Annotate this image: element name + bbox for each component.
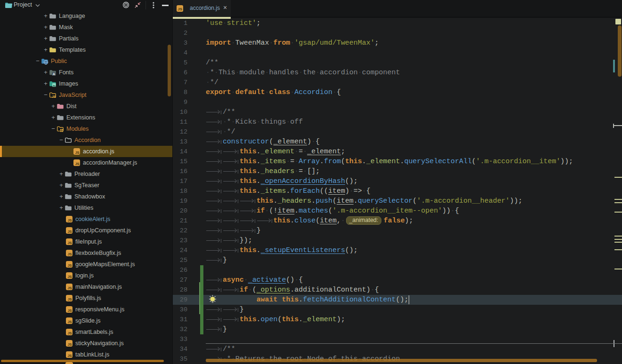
svg-text:A: A bbox=[53, 72, 56, 76]
svg-text:JS: JS bbox=[67, 342, 72, 347]
svg-text:JS: JS bbox=[67, 241, 72, 245]
svg-text:JS: JS bbox=[67, 263, 72, 268]
svg-text:JS: JS bbox=[67, 331, 72, 335]
svg-text:JS: JS bbox=[67, 309, 72, 313]
svg-text:JS: JS bbox=[67, 320, 72, 324]
svg-text:JS: JS bbox=[67, 229, 72, 234]
svg-text:JS: JS bbox=[67, 297, 72, 301]
svg-text:JS: JS bbox=[75, 150, 79, 155]
svg-text:JS: JS bbox=[67, 354, 72, 358]
svg-text:JS: JS bbox=[67, 275, 72, 279]
svg-text:JS: JS bbox=[75, 162, 79, 166]
svg-text:JS: JS bbox=[67, 252, 72, 256]
svg-text:JS: JS bbox=[67, 218, 72, 222]
svg-text:JS: JS bbox=[52, 95, 56, 98]
svg-text:JS: JS bbox=[67, 286, 72, 290]
svg-text:JS: JS bbox=[178, 7, 182, 11]
